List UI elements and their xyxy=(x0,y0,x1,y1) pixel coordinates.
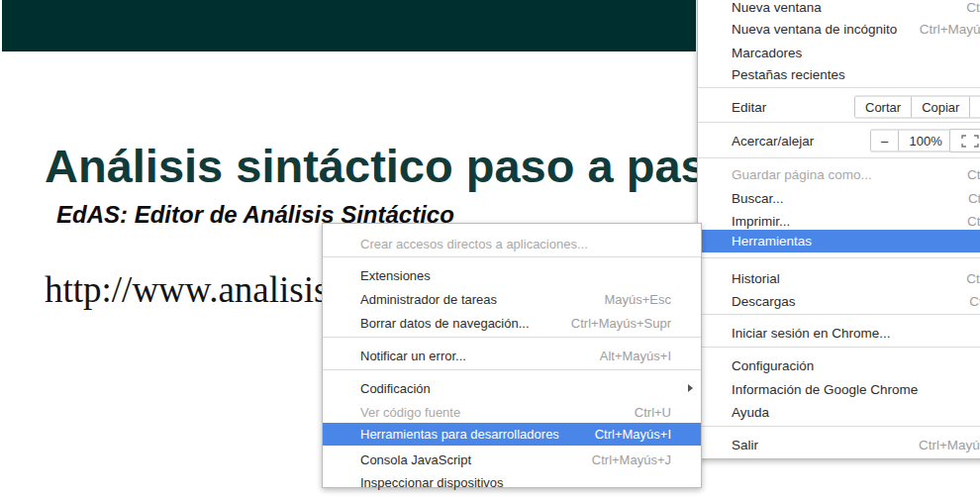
submenu-item-inspeccionar-dispositivos[interactable]: Inspeccionar dispositivos xyxy=(323,470,701,494)
menu-item-acercar-alejar: Acercar/alejar – 100% + xyxy=(698,127,980,154)
menu-item-iniciar-sesion[interactable]: Iniciar sesión en Chrome... xyxy=(698,321,980,345)
menu-separator xyxy=(698,426,980,427)
menu-item-salir[interactable]: Salir Ctrl+Mayús+Q xyxy=(698,433,980,456)
menu-item-guardar-pagina[interactable]: Guardar página como... Ctrl+S xyxy=(698,162,980,186)
menu-separator xyxy=(698,122,980,123)
menu-separator xyxy=(698,347,980,348)
page-url-text: http://www.analisis xyxy=(45,268,328,311)
menu-separator xyxy=(323,369,701,370)
menu-item-pestanas-recientes[interactable]: Pestañas recientes xyxy=(698,62,980,86)
submenu-item-codificacion[interactable]: Codificación xyxy=(323,376,701,400)
menu-separator xyxy=(323,256,701,257)
menu-item-configuracion[interactable]: Configuración xyxy=(698,353,980,377)
menu-item-ayuda[interactable]: Ayuda xyxy=(698,400,980,424)
submenu-item-notificar-error[interactable]: Notificar un error... Alt+Mayús+I xyxy=(323,344,701,367)
submenu-item-crear-accesos[interactable]: Crear accesos directos a aplicaciones... xyxy=(323,232,701,255)
menu-item-herramientas[interactable]: Herramientas xyxy=(698,230,980,252)
slide-header-bar xyxy=(2,0,696,51)
menu-separator xyxy=(323,337,701,338)
submenu-item-borrar-datos[interactable]: Borrar datos de navegación... Ctrl+Mayús… xyxy=(323,311,701,335)
menu-item-descargas[interactable]: Descargas Ctrl+J xyxy=(698,289,980,313)
chrome-app-menu: Nueva ventana Ctrl+N Nueva ventana de in… xyxy=(697,0,980,459)
menu-item-buscar[interactable]: Buscar... Ctrl+F xyxy=(698,186,980,210)
zoom-level-value: 100% xyxy=(898,131,952,151)
edit-button-group: Cortar Copiar Pegar xyxy=(854,96,980,119)
fullscreen-icon xyxy=(961,135,979,148)
fullscreen-button[interactable] xyxy=(949,129,980,152)
submenu-item-ver-codigo-fuente[interactable]: Ver código fuente Ctrl+U xyxy=(323,400,701,424)
menu-separator xyxy=(698,157,980,158)
menu-item-historial[interactable]: Historial Ctrl+H xyxy=(698,266,980,290)
cut-button[interactable]: Cortar xyxy=(855,97,911,118)
menu-separator xyxy=(698,87,980,88)
submenu-item-herramientas-desarrolladores[interactable]: Herramientas para desarrolladores Ctrl+M… xyxy=(323,423,701,446)
submenu-item-administrador-tareas[interactable]: Administrador de tareas Mayús+Esc xyxy=(323,287,701,311)
submenu-item-extensiones[interactable]: Extensiones xyxy=(323,263,701,287)
copy-button[interactable]: Copiar xyxy=(911,97,969,118)
menu-separator xyxy=(698,314,980,315)
tools-submenu: Crear accesos directos a aplicaciones...… xyxy=(322,223,702,488)
submenu-item-consola-javascript[interactable]: Consola JavaScript Ctrl+Mayús+J xyxy=(323,448,701,471)
submenu-arrow-icon xyxy=(688,384,693,392)
menu-item-marcadores[interactable]: Marcadores xyxy=(698,41,980,64)
page-title: Análisis sintáctico paso a paso xyxy=(45,139,735,193)
menu-separator xyxy=(698,257,980,258)
menu-item-editar: Editar Cortar Copiar Pegar xyxy=(698,93,980,121)
paste-button[interactable]: Pegar xyxy=(969,97,980,118)
zoom-out-button[interactable]: – xyxy=(871,131,898,151)
menu-item-nueva-ventana-incognito[interactable]: Nueva ventana de incógnito Ctrl+Mayús+N xyxy=(698,17,980,41)
menu-item-informacion-chrome[interactable]: Información de Google Chrome xyxy=(698,377,980,401)
